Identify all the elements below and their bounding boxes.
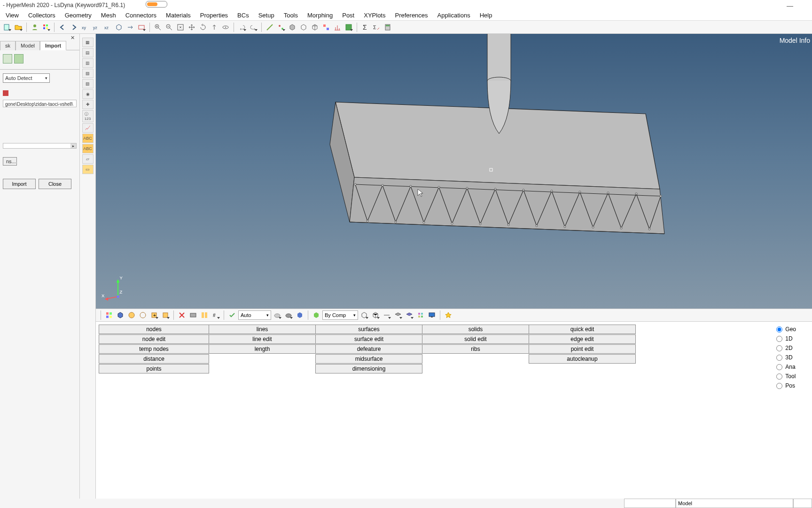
panel-surfaces[interactable]: surfaces [315,325,422,334]
panel-temp-nodes[interactable]: temp nodes [99,344,209,354]
panel-point-edit[interactable]: point edit [529,344,636,354]
import-button[interactable]: Import [3,179,36,189]
disp-comp-button[interactable] [104,310,114,320]
panel-autocleanup[interactable]: autocleanup [529,354,636,364]
file-path-field[interactable]: gone\Desktop\zidan-taoci-vshell\ [3,100,77,107]
redo-view-button[interactable] [69,22,79,32]
wire-cube-button[interactable] [359,310,369,320]
panel-quick-edit[interactable]: quick edit [529,325,636,334]
vtool-10[interactable]: ABC [82,134,94,143]
vtool-13[interactable]: ▭ [82,165,94,174]
vtool-1[interactable]: ▦ [82,38,94,47]
menu-morphing[interactable]: Morphing [303,12,337,19]
menu-tools[interactable]: Tools [279,12,303,19]
cloud2-button[interactable] [283,310,294,320]
mesh-cube-button[interactable] [370,310,381,320]
color-cube-button[interactable] [311,310,321,320]
disp-solid-button[interactable] [115,310,125,320]
vtool-6[interactable]: ◉ [82,89,94,99]
calculator-button[interactable] [383,22,393,32]
check-button[interactable] [344,22,354,32]
menu-geometry[interactable]: Geometry [60,12,96,19]
delete-button[interactable] [177,310,187,320]
box2-button[interactable] [298,22,309,32]
favorite-button[interactable] [443,310,453,320]
grid-button[interactable] [415,310,426,320]
menu-view[interactable]: View [1,12,23,19]
view-dropdown[interactable] [136,22,147,32]
cloud1-button[interactable] [272,310,282,320]
menu-xyplots[interactable]: XYPlots [359,12,390,19]
radio-post[interactable]: Pos [776,381,796,390]
reverse-view-button[interactable] [125,22,135,32]
radio-geo[interactable]: Geo [776,325,796,334]
path-scrollbar[interactable]: ▸ [3,143,77,149]
menu-collectors[interactable]: Collectors [23,12,60,19]
panel-line-edit[interactable]: line edit [209,334,316,344]
auto-combo[interactable]: Auto [238,310,271,320]
check2-button[interactable] [227,310,237,320]
undo-button[interactable] [237,22,247,32]
tab-model[interactable]: Model [16,41,40,50]
rotate-button[interactable] [198,22,208,32]
import-type1-icon[interactable] [3,54,12,64]
panel-length[interactable]: length [209,344,316,354]
line-style-button[interactable] [382,310,392,320]
layer2-button[interactable] [404,310,414,320]
color-by-combo[interactable]: By Comp [322,310,358,320]
filetype-select[interactable]: Auto Detect [3,73,50,83]
arrow-up-button[interactable] [209,22,219,32]
chart-button[interactable] [332,22,343,32]
panel-dimensioning[interactable]: dimensioning [315,364,422,373]
disp-shaded-button[interactable] [126,310,137,320]
panel-edge-edit[interactable]: edge edit [529,334,636,344]
box3-button[interactable] [310,22,320,32]
menu-connectors[interactable]: Connectors [121,12,161,19]
renumber-button[interactable]: # [211,310,221,320]
vtool-11[interactable]: ABC [82,144,94,153]
panel-defeature[interactable]: defeature [315,344,422,354]
radio-2d[interactable]: 2D [776,343,796,353]
monitor-button[interactable] [427,310,437,320]
redo-button[interactable] [248,22,258,32]
minimize-button[interactable]: — [787,2,793,9]
box1-button[interactable] [287,22,297,32]
panel-solid-edit[interactable]: solid edit [422,334,529,344]
model-info-label[interactable]: Model Info [780,37,810,44]
disp-move-button[interactable] [160,310,171,320]
disp-wire-button[interactable] [138,310,148,320]
menu-bcs[interactable]: BCs [233,12,254,19]
sigma-button[interactable]: Σ [360,22,370,32]
xy-view-button[interactable]: xy [80,22,90,32]
close-button[interactable]: Close [39,179,71,189]
axis-triad[interactable]: Y X Z [102,272,134,305]
radio-tool[interactable]: Tool [776,372,796,381]
organize-button[interactable] [199,310,210,320]
menu-post[interactable]: Post [337,12,359,19]
panel-surface-edit[interactable]: surface edit [315,334,422,344]
vtool-4[interactable]: ▧ [82,69,94,78]
panel-node-edit[interactable]: node edit [99,334,209,344]
panel-ribs[interactable]: ribs [422,344,529,354]
sigma-arrow-button[interactable]: Σ [371,22,382,32]
vtool-8[interactable]: ⓘ123 [82,110,94,122]
cube-shaded-button[interactable] [295,310,305,320]
panel-close-icon[interactable]: ✕ [70,35,75,41]
menu-materials[interactable]: Materials [161,12,195,19]
import-options-button[interactable]: ns... [3,157,17,166]
vtool-9[interactable]: 📈 [82,123,94,133]
panel-solids[interactable]: solids [422,325,529,334]
panel-nodes[interactable]: nodes [99,325,209,334]
menu-properties[interactable]: Properties [195,12,233,19]
assembly-button[interactable] [321,22,331,32]
panel-lines[interactable]: lines [209,325,316,334]
layer-button[interactable] [393,310,403,320]
vtool-3[interactable]: ▥ [82,58,94,68]
radio-analysis[interactable]: Ana [776,362,796,372]
3d-viewport[interactable]: Model Info [96,34,812,309]
menu-applications[interactable]: Applications [433,12,475,19]
pan-button[interactable] [187,22,197,32]
status-model-cell[interactable]: Model [676,499,793,508]
menu-setup[interactable]: Setup [254,12,279,19]
disp-add-button[interactable]: + [149,310,159,320]
